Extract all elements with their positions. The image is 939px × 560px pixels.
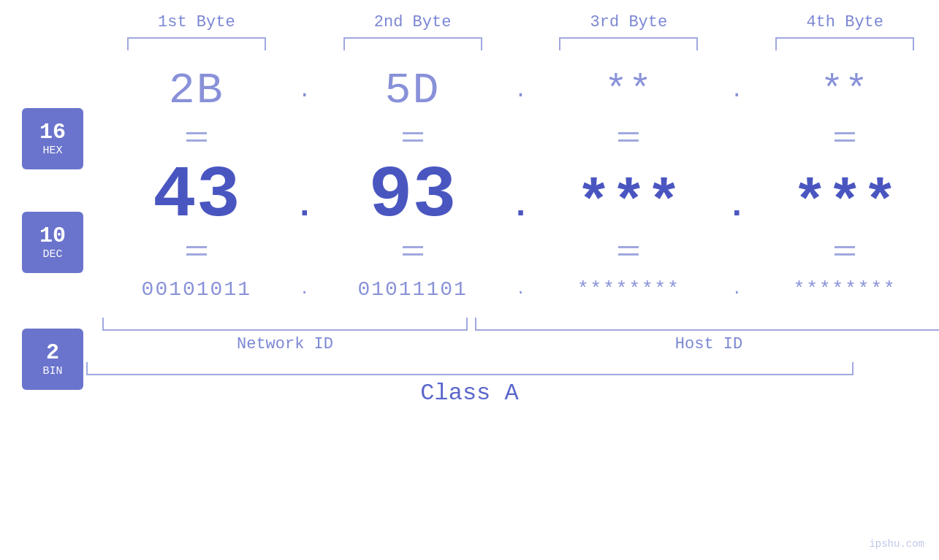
- dec-cell-1: 43: [102, 155, 291, 237]
- byte-label-2: 2nd Byte: [374, 13, 452, 31]
- hex-cell-2: 5D: [319, 66, 507, 115]
- byte-bracket-top-2: [343, 37, 482, 50]
- bin-cell-3: ********: [535, 278, 723, 300]
- byte-col-1: 1st Byte: [102, 13, 291, 50]
- dec-dot-2: .: [506, 188, 534, 237]
- bin-cell-4: ********: [750, 278, 939, 300]
- eq-row-2: [0, 237, 939, 264]
- dec-cell-2: 93: [319, 155, 507, 237]
- main-container: 1st Byte 2nd Byte 3rd Byte 4th Byte 16 H…: [0, 0, 939, 560]
- hex-data-row: 2B . 5D . ** . **: [0, 58, 939, 123]
- network-id-section: Network ID: [102, 318, 468, 353]
- eq-col-3b: [535, 245, 723, 257]
- eq-row-1: [0, 123, 939, 150]
- dec-base-name: DEC: [42, 248, 62, 261]
- byte-label-3: 3rd Byte: [590, 13, 668, 31]
- byte-bracket-top-1: [127, 37, 266, 50]
- hex-value-1: 2B: [169, 66, 224, 115]
- dec-value-4: ***: [792, 171, 897, 237]
- hex-base-num: 16: [39, 120, 66, 145]
- hex-value-4: **: [821, 69, 869, 112]
- eq-col-3: [535, 131, 723, 143]
- eq-col-1: [102, 131, 291, 143]
- hex-value-3: **: [604, 69, 653, 112]
- network-id-label: Network ID: [237, 335, 333, 353]
- bin-cell-2: 01011101: [319, 278, 507, 301]
- bin-dot-2: .: [506, 280, 534, 299]
- byte-col-3: 3rd Byte: [535, 13, 723, 50]
- eq-col-4: [750, 131, 939, 143]
- bin-value-1: 00101011: [142, 278, 251, 301]
- byte-col-2: 2nd Byte: [319, 13, 507, 50]
- hex-dot-3: .: [723, 78, 750, 103]
- bin-dot-3: .: [723, 280, 750, 299]
- bin-value-2: 01011101: [357, 278, 467, 301]
- byte-col-4: 4th Byte: [750, 13, 939, 50]
- dec-cell-3: ***: [535, 171, 723, 237]
- dec-base-label: 10 DEC: [22, 212, 83, 273]
- hex-value-2: 5D: [385, 66, 441, 115]
- dec-base-num: 10: [39, 224, 66, 248]
- eq-col-1b: [102, 245, 291, 257]
- watermark: ipshu.com: [869, 538, 924, 550]
- header-row: 1st Byte 2nd Byte 3rd Byte 4th Byte: [0, 0, 939, 50]
- dec-data-row: 43 . 93 . *** . ***: [0, 150, 939, 237]
- dec-value-2: 93: [369, 155, 457, 237]
- bin-data-row: 00101011 . 01011101 . ******** . *******…: [0, 264, 939, 315]
- bin-base-label: 2 BIN: [22, 329, 83, 390]
- class-label: Class A: [420, 380, 518, 407]
- eq-col-2: [319, 131, 507, 143]
- bin-base-name: BIN: [42, 365, 62, 377]
- host-id-section: Host ID: [475, 318, 939, 353]
- byte-label-1: 1st Byte: [158, 13, 235, 31]
- hex-cell-4: **: [750, 69, 939, 112]
- host-id-label: Host ID: [675, 335, 742, 353]
- bin-value-4: ********: [794, 278, 897, 300]
- dec-cell-4: ***: [750, 171, 939, 237]
- eq-col-4b: [750, 245, 939, 257]
- hex-cell-1: 2B: [102, 66, 291, 115]
- eq-col-2b: [319, 245, 507, 257]
- host-id-bracket: [475, 318, 939, 331]
- dec-value-1: 43: [153, 155, 240, 237]
- bin-base-num: 2: [46, 341, 59, 365]
- bin-cell-1: 00101011: [102, 278, 291, 301]
- dec-dot-3: .: [723, 188, 750, 237]
- id-labels-row: Network ID Host ID: [0, 318, 939, 353]
- bin-value-3: ********: [577, 278, 680, 300]
- byte-label-4: 4th Byte: [806, 13, 883, 31]
- dec-value-3: ***: [576, 171, 681, 237]
- bin-dot-1: .: [291, 280, 319, 299]
- hex-dot-1: .: [291, 78, 319, 103]
- class-row: Class A: [0, 362, 939, 407]
- byte-bracket-top-4: [775, 37, 914, 50]
- hex-base-name: HEX: [42, 145, 62, 157]
- hex-dot-2: .: [506, 78, 534, 103]
- class-bracket: [86, 362, 854, 375]
- hex-cell-3: **: [535, 69, 723, 112]
- network-id-bracket: [102, 318, 468, 331]
- hex-base-label: 16 HEX: [22, 108, 83, 169]
- byte-bracket-top-3: [559, 37, 698, 50]
- dec-dot-1: .: [291, 188, 319, 237]
